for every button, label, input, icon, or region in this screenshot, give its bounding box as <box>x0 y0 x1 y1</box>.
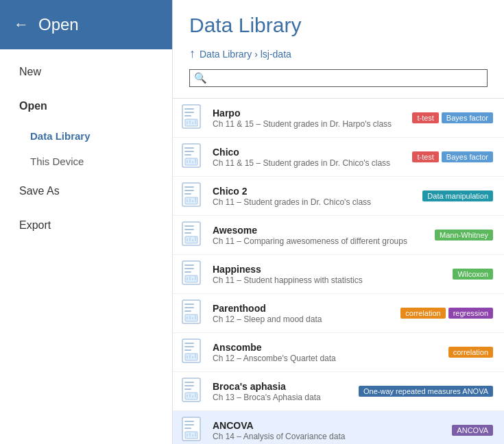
svg-rect-73 <box>184 421 194 422</box>
tag: correlation <box>448 347 493 358</box>
svg-rect-10 <box>184 147 194 149</box>
tag: Bayes factor <box>442 151 493 162</box>
item-info: ANCOVA Ch 14 – Analysis of Covariance da… <box>213 420 445 441</box>
item-info: Harpo Ch 11 & 15 – Student grades in Dr.… <box>213 108 405 129</box>
tag-list: correlationregression <box>400 308 493 319</box>
sidebar-item-new[interactable]: New <box>0 55 172 89</box>
sidebar-item-export[interactable]: Export <box>0 208 172 243</box>
tag: Mann-Whitney <box>435 230 493 241</box>
file-icon <box>181 299 206 327</box>
item-desc: Ch 12 – Anscombe's Quartet data <box>213 354 442 363</box>
list-item[interactable]: Broca's aphasia Ch 13 – Broca's Aphasia … <box>173 372 504 411</box>
svg-rect-12 <box>184 154 191 156</box>
main-panel: Data Library ↑ Data Library › lsj-data 🔍… <box>173 0 504 444</box>
svg-rect-20 <box>184 190 194 191</box>
list-item[interactable]: Anscombe Ch 12 – Anscombe's Quartet data… <box>173 333 504 372</box>
svg-rect-28 <box>184 225 194 227</box>
item-name: Parenthood <box>213 303 394 314</box>
item-desc: Ch 14 – Analysis of Covariance data <box>213 432 445 441</box>
sidebar-item-save-as[interactable]: Save As <box>0 174 172 208</box>
svg-rect-47 <box>184 307 194 308</box>
back-button[interactable]: ← <box>14 16 29 34</box>
svg-rect-29 <box>184 229 194 230</box>
item-name: Chico 2 <box>213 186 416 197</box>
sidebar-item-open[interactable]: Open <box>0 89 172 123</box>
item-name: Anscombe <box>213 342 442 353</box>
tag-list: Data manipulation <box>422 190 493 201</box>
item-desc: Ch 12 – Sleep and mood data <box>213 314 394 324</box>
item-info: Anscombe Ch 12 – Anscombe's Quartet data <box>213 342 442 363</box>
breadcrumb-icon: ↑ <box>189 47 195 61</box>
item-name: ANCOVA <box>213 420 445 431</box>
tag-list: ANCOVA <box>452 425 493 436</box>
list-item[interactable]: ANCOVA Ch 14 – Analysis of Covariance da… <box>173 411 504 444</box>
tag-list: correlation <box>448 347 493 358</box>
file-icon <box>181 221 206 249</box>
tag-list: t-testBayes factor <box>412 112 493 123</box>
sidebar-header: ← Open <box>0 0 172 49</box>
breadcrumb: ↑ Data Library › lsj-data <box>189 47 488 61</box>
tag: Bayes factor <box>442 112 493 123</box>
list-item[interactable]: Chico Ch 11 & 15 – Student grades in Dr.… <box>173 138 504 177</box>
svg-rect-55 <box>184 343 194 344</box>
data-list: Harpo Ch 11 & 15 – Student grades in Dr.… <box>173 98 504 444</box>
file-icon <box>181 104 206 132</box>
svg-rect-30 <box>184 232 191 234</box>
sidebar-item-this-device[interactable]: This Device <box>0 149 172 174</box>
item-info: Awesome Ch 11 – Comparing awesomeness of… <box>213 225 428 246</box>
breadcrumb-path[interactable]: Data Library › lsj-data <box>200 49 291 60</box>
tag: t-test <box>412 151 438 162</box>
svg-rect-74 <box>184 424 194 426</box>
svg-rect-2 <box>184 112 194 113</box>
svg-rect-65 <box>184 385 194 386</box>
svg-rect-1 <box>184 108 194 110</box>
tag: ANCOVA <box>452 425 493 436</box>
svg-rect-39 <box>184 271 191 273</box>
file-icon <box>181 143 206 171</box>
file-icon <box>181 378 206 405</box>
tag: regression <box>448 308 493 319</box>
item-info: Chico Ch 11 & 15 – Student grades in Dr.… <box>213 147 405 168</box>
search-bar: 🔍 <box>189 69 488 87</box>
file-icon <box>181 260 206 288</box>
item-info: Parenthood Ch 12 – Sleep and mood data <box>213 303 394 324</box>
file-icon <box>181 338 206 366</box>
tag-list: One-way repeated measures ANOVA <box>359 386 493 397</box>
main-header: Data Library ↑ Data Library › lsj-data 🔍 <box>173 0 504 98</box>
tag: Data manipulation <box>422 190 493 201</box>
svg-rect-21 <box>184 193 191 195</box>
search-icon: 🔍 <box>194 72 207 84</box>
tag-list: Wilcoxon <box>453 269 493 280</box>
list-item[interactable]: Happiness Ch 11 – Student happiness with… <box>173 255 504 294</box>
tag: t-test <box>412 112 438 123</box>
item-name: Chico <box>213 147 405 158</box>
sidebar-item-data-library[interactable]: Data Library <box>0 123 172 149</box>
list-item[interactable]: Awesome Ch 11 – Comparing awesomeness of… <box>173 216 504 255</box>
item-name: Happiness <box>213 264 446 275</box>
tag: One-way repeated measures ANOVA <box>359 386 493 397</box>
item-desc: Ch 13 – Broca's Aphasia data <box>213 393 352 402</box>
svg-rect-48 <box>184 310 191 312</box>
svg-rect-46 <box>184 304 194 305</box>
search-input[interactable] <box>210 73 483 84</box>
svg-rect-66 <box>184 388 191 390</box>
list-item[interactable]: Chico 2 Ch 11 – Student grades in Dr. Ch… <box>173 177 504 216</box>
item-name: Broca's aphasia <box>213 381 352 392</box>
tag-list: Mann-Whitney <box>435 230 493 241</box>
svg-rect-56 <box>184 346 194 347</box>
svg-rect-3 <box>184 115 191 116</box>
file-icon <box>181 182 206 210</box>
svg-rect-19 <box>184 186 194 188</box>
item-desc: Ch 11 – Comparing awesomeness of differe… <box>213 236 428 246</box>
item-desc: Ch 11 – Student happiness with statistic… <box>213 275 446 285</box>
tag-list: t-testBayes factor <box>412 151 493 162</box>
list-item[interactable]: Harpo Ch 11 & 15 – Student grades in Dr.… <box>173 99 504 138</box>
item-desc: Ch 11 & 15 – Student grades in Dr. Harpo… <box>213 119 405 129</box>
tag: correlation <box>400 308 445 319</box>
item-name: Harpo <box>213 108 405 119</box>
svg-rect-37 <box>184 264 194 266</box>
svg-rect-11 <box>184 151 194 152</box>
item-info: Broca's aphasia Ch 13 – Broca's Aphasia … <box>213 381 352 402</box>
page-title: Data Library <box>189 14 488 37</box>
list-item[interactable]: Parenthood Ch 12 – Sleep and mood data c… <box>173 294 504 333</box>
